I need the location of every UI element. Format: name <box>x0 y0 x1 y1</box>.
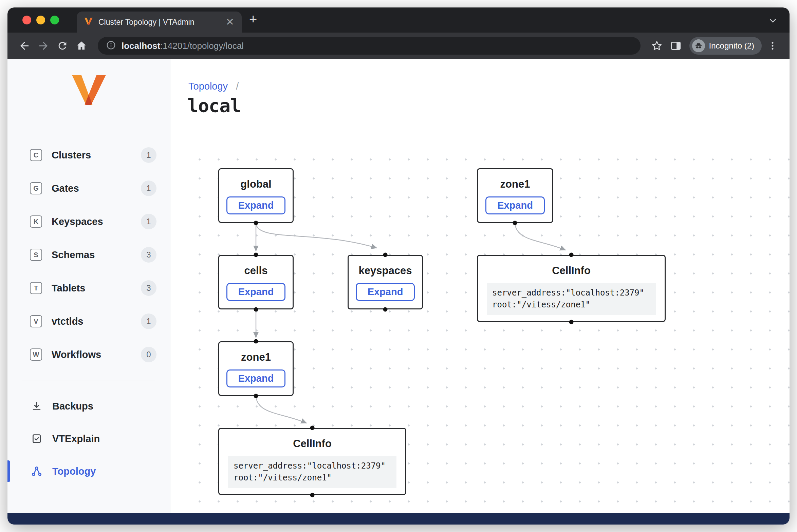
footer-bar <box>7 513 790 525</box>
port <box>254 339 258 344</box>
sidebar-item-backups[interactable]: Backups <box>7 390 170 422</box>
node-cellinfo-bottom: CellInfo server_address:"localhost:2379"… <box>218 428 406 495</box>
sidebar: C Clusters 1 G Gates 1 K Keyspaces 1 S S… <box>7 59 170 525</box>
expand-button-global[interactable]: Expand <box>226 196 286 214</box>
sidebar-item-tablets[interactable]: T Tablets 3 <box>7 271 170 305</box>
url-text: localhost:14201/topology/local <box>122 41 244 51</box>
active-indicator <box>7 460 10 482</box>
home-icon[interactable] <box>73 38 90 54</box>
page-info-icon[interactable] <box>106 40 116 52</box>
tab-title: Cluster Topology | VTAdmin <box>98 18 220 27</box>
clusters-icon: C <box>30 149 42 161</box>
count-badge: 1 <box>141 314 156 329</box>
expand-button-zone1-bottom[interactable]: Expand <box>226 369 286 387</box>
count-badge: 1 <box>141 214 156 229</box>
port <box>569 320 574 324</box>
node-zone1-top: zone1 Expand <box>477 168 553 223</box>
url-path: :14201/topology/local <box>160 41 244 51</box>
url-host: localhost <box>122 41 160 51</box>
window-controls <box>22 16 59 24</box>
vtexplain-clipboard-icon <box>30 432 43 445</box>
browser-menu-icon[interactable] <box>764 38 781 54</box>
port <box>513 221 517 225</box>
sidebar-item-vtctlds[interactable]: V vtctlds 1 <box>7 305 170 338</box>
gates-icon: G <box>30 182 42 194</box>
keyspaces-icon: K <box>30 215 42 228</box>
schemas-icon: S <box>30 249 42 261</box>
sidebar-item-workflows[interactable]: W Workflows 0 <box>7 338 170 371</box>
node-global: global Expand <box>218 168 294 223</box>
count-badge: 1 <box>141 180 156 196</box>
reload-icon[interactable] <box>54 38 71 54</box>
sidebar-item-keyspaces[interactable]: K Keyspaces 1 <box>7 205 170 238</box>
back-icon[interactable] <box>16 38 33 54</box>
node-zone1-bottom: zone1 Expand <box>218 341 294 396</box>
port <box>569 253 574 257</box>
vitess-favicon-icon <box>84 17 93 27</box>
port <box>383 253 388 257</box>
node-keyspaces: keyspaces Expand <box>348 255 423 309</box>
address-bar[interactable]: localhost:14201/topology/local <box>98 37 641 55</box>
vitess-logo-icon[interactable] <box>7 74 170 109</box>
expand-button-zone1-top[interactable]: Expand <box>485 196 545 214</box>
vtctlds-icon: V <box>30 315 42 327</box>
cellinfo-code: server_address:"localhost:2379" root:"/v… <box>487 283 656 315</box>
cellinfo-code: server_address:"localhost:2379" root:"/v… <box>228 456 396 488</box>
port <box>254 253 258 257</box>
browser-window: Cluster Topology | VTAdmin ✕ + localhost… <box>7 7 790 525</box>
port <box>383 307 388 312</box>
port <box>254 221 258 225</box>
sidebar-item-topology[interactable]: Topology <box>7 455 170 488</box>
tab-close-icon[interactable]: ✕ <box>226 17 234 27</box>
count-badge: 1 <box>141 147 156 163</box>
sidebar-tools: Backups VTExplain Topology <box>7 390 170 488</box>
close-window-button[interactable] <box>22 16 31 24</box>
side-panel-icon[interactable] <box>668 38 684 54</box>
zoom-window-button[interactable] <box>50 16 59 24</box>
tab-strip: Cluster Topology | VTAdmin ✕ + <box>7 7 790 33</box>
backups-download-icon <box>30 399 43 413</box>
sidebar-divider <box>22 380 155 380</box>
tab-search-chevron-icon[interactable] <box>768 16 778 27</box>
sidebar-item-gates[interactable]: G Gates 1 <box>7 172 170 205</box>
sidebar-item-vtexplain[interactable]: VTExplain <box>7 422 170 455</box>
expand-button-cells[interactable]: Expand <box>226 283 286 301</box>
browser-tab[interactable]: Cluster Topology | VTAdmin ✕ <box>77 12 242 33</box>
sidebar-item-schemas[interactable]: S Schemas 3 <box>7 238 170 271</box>
incognito-icon <box>692 39 705 52</box>
workflows-icon: W <box>30 348 42 361</box>
main-panel: Topology / local <box>170 59 790 525</box>
expand-button-keyspaces[interactable]: Expand <box>356 283 415 301</box>
node-cellinfo-right: CellInfo server_address:"localhost:2379"… <box>477 255 666 322</box>
count-badge: 3 <box>141 247 156 263</box>
topology-network-icon <box>30 464 43 478</box>
node-cells: cells Expand <box>218 255 294 309</box>
page-content: C Clusters 1 G Gates 1 K Keyspaces 1 S S… <box>7 59 790 525</box>
sidebar-item-clusters[interactable]: C Clusters 1 <box>7 138 170 172</box>
bookmark-star-icon[interactable] <box>649 38 665 54</box>
port <box>310 493 315 497</box>
sidebar-nav: C Clusters 1 G Gates 1 K Keyspaces 1 S S… <box>7 138 170 371</box>
incognito-label: Incognito (2) <box>709 41 754 51</box>
browser-toolbar: localhost:14201/topology/local Incognito… <box>7 33 790 59</box>
port <box>310 426 315 430</box>
tablets-icon: T <box>30 282 42 294</box>
count-badge: 0 <box>141 347 156 362</box>
count-badge: 3 <box>141 280 156 296</box>
new-tab-button[interactable]: + <box>249 12 257 26</box>
port <box>254 394 258 398</box>
forward-icon[interactable] <box>35 38 52 54</box>
incognito-badge[interactable]: Incognito (2) <box>689 37 762 55</box>
port <box>254 307 258 312</box>
minimize-window-button[interactable] <box>36 16 45 24</box>
